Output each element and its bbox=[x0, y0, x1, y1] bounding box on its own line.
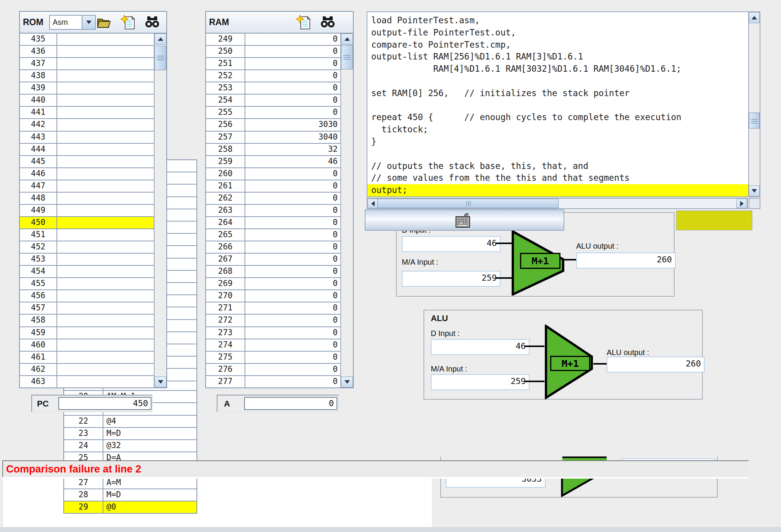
keyboard-icon[interactable] bbox=[453, 212, 472, 230]
script-scroll-right-button[interactable] bbox=[736, 199, 747, 208]
rom-row[interactable]: 453 bbox=[20, 254, 154, 266]
script-line[interactable]: output-file PointerTest.out, bbox=[367, 27, 748, 39]
rom-instruction-cell[interactable] bbox=[57, 352, 154, 363]
ram-value-cell[interactable]: 0 bbox=[245, 168, 340, 180]
script-line[interactable]: compare-to PointerTest.cmp, bbox=[367, 39, 748, 51]
script-scrollbar-thumb[interactable] bbox=[749, 113, 760, 129]
ram-row[interactable]: 274 0 bbox=[206, 339, 340, 352]
rom-instruction-cell[interactable] bbox=[57, 119, 154, 130]
program-instruction-cell[interactable]: @0 bbox=[103, 501, 196, 513]
rom-row[interactable]: 447 bbox=[20, 180, 154, 193]
ram-scroll-down-button[interactable] bbox=[341, 376, 353, 387]
ram-row[interactable]: 252 0 bbox=[206, 70, 340, 82]
rom-instruction-cell[interactable] bbox=[57, 156, 154, 167]
program-row[interactable]: 27 A=M bbox=[64, 477, 196, 489]
script-line[interactable]: // some values from the the this and tha… bbox=[367, 172, 748, 184]
rom-row[interactable]: 451 bbox=[20, 229, 154, 241]
a-register-value-field[interactable]: 0 bbox=[244, 397, 337, 410]
rom-row[interactable]: 457 bbox=[20, 302, 154, 315]
ram-row[interactable]: 266 0 bbox=[206, 241, 340, 254]
rom-row[interactable]: 458 bbox=[20, 315, 154, 327]
rom-row[interactable]: 463 bbox=[20, 376, 154, 387]
ram-value-cell[interactable]: 3040 bbox=[245, 132, 340, 143]
find-icon[interactable] bbox=[144, 15, 160, 30]
script-vertical-scrollbar[interactable] bbox=[748, 12, 760, 196]
ram-row[interactable]: 262 0 bbox=[206, 193, 340, 205]
ram-value-cell[interactable]: 0 bbox=[245, 180, 340, 192]
rom-instruction-cell[interactable] bbox=[57, 132, 154, 143]
new-file-icon[interactable] bbox=[121, 14, 136, 31]
rom-row[interactable]: 440 bbox=[20, 95, 154, 107]
ram-scroll-up-button[interactable] bbox=[341, 34, 353, 45]
rom-row[interactable]: 435 bbox=[20, 34, 154, 46]
rom-row[interactable]: 445 bbox=[20, 156, 154, 168]
script-line[interactable]: // outputs the stack base, this, that, a… bbox=[367, 160, 748, 172]
ram-value-cell[interactable]: 0 bbox=[245, 70, 340, 82]
ram-value-cell[interactable]: 0 bbox=[245, 352, 340, 363]
ram-value-cell[interactable]: 0 bbox=[245, 376, 340, 387]
rom-row[interactable]: 437 bbox=[20, 58, 154, 70]
ram-value-cell[interactable]: 0 bbox=[245, 217, 340, 228]
rom-instruction-cell[interactable] bbox=[57, 339, 154, 351]
open-folder-icon[interactable] bbox=[96, 15, 111, 30]
script-line[interactable] bbox=[367, 148, 748, 160]
ram-value-cell[interactable]: 0 bbox=[245, 107, 340, 118]
ram-value-cell[interactable]: 0 bbox=[245, 254, 340, 265]
script-line[interactable]: load PointerTest.asm, bbox=[367, 14, 748, 27]
rom-instruction-cell[interactable] bbox=[57, 82, 154, 94]
rom-instruction-cell[interactable] bbox=[57, 217, 154, 228]
ram-row[interactable]: 254 0 bbox=[206, 95, 340, 107]
ram-row[interactable]: 275 0 bbox=[206, 352, 340, 364]
ram-row[interactable]: 272 0 bbox=[206, 315, 340, 327]
ram-row[interactable]: 261 0 bbox=[206, 180, 340, 193]
rom-instruction-cell[interactable] bbox=[57, 144, 154, 155]
program-row[interactable]: 24 @32 bbox=[64, 440, 196, 452]
rom-scroll-up-button[interactable] bbox=[155, 34, 166, 45]
script-lines[interactable]: load PointerTest.asm,output-file Pointer… bbox=[367, 12, 748, 196]
rom-row[interactable]: 449 bbox=[20, 205, 154, 217]
rom-row[interactable]: 450 bbox=[20, 217, 154, 229]
rom-row[interactable]: 448 bbox=[20, 193, 154, 205]
rom-instruction-cell[interactable] bbox=[57, 315, 154, 326]
ram-value-cell[interactable]: 0 bbox=[245, 241, 340, 253]
ram-row[interactable]: 277 0 bbox=[206, 376, 340, 387]
rom-row[interactable]: 461 bbox=[20, 352, 154, 364]
ram-row[interactable]: 276 0 bbox=[206, 364, 340, 376]
rom-instruction-cell[interactable] bbox=[57, 376, 154, 387]
program-instruction-cell[interactable]: M=D bbox=[103, 428, 196, 439]
rom-instruction-cell[interactable] bbox=[57, 180, 154, 192]
ram-value-cell[interactable]: 32 bbox=[245, 144, 340, 155]
script-scroll-left-button[interactable] bbox=[367, 199, 378, 208]
ram-row[interactable]: 249 0 bbox=[206, 34, 340, 46]
script-scroll-down-button[interactable] bbox=[749, 185, 760, 196]
script-line[interactable]: set RAM[0] 256, // initializes the stack… bbox=[367, 87, 748, 100]
ram-row[interactable]: 265 0 bbox=[206, 229, 340, 241]
rom-row[interactable]: 441 bbox=[20, 107, 154, 119]
rom-row[interactable]: 446 bbox=[20, 168, 154, 180]
ram-row[interactable]: 267 0 bbox=[206, 254, 340, 266]
rom-instruction-cell[interactable] bbox=[57, 107, 154, 118]
ram-row[interactable]: 259 46 bbox=[206, 156, 340, 168]
rom-row[interactable]: 455 bbox=[20, 278, 154, 290]
ram-row[interactable]: 271 0 bbox=[206, 302, 340, 315]
rom-format-selector[interactable]: Asm bbox=[49, 15, 96, 30]
ram-row[interactable]: 273 0 bbox=[206, 327, 340, 339]
ram-row[interactable]: 253 0 bbox=[206, 82, 340, 95]
ram-row[interactable]: 260 0 bbox=[206, 168, 340, 180]
ram-row[interactable]: 255 0 bbox=[206, 107, 340, 119]
ram-value-cell[interactable]: 0 bbox=[245, 229, 340, 241]
script-line[interactable]: repeat 450 { // enough cycles to complet… bbox=[367, 111, 748, 124]
ram-scrollbar-thumb[interactable] bbox=[341, 45, 353, 69]
script-line[interactable]: output-list RAM[256]%D1.6.1 RAM[3]%D1.6.… bbox=[367, 51, 748, 63]
rom-scrollbar-thumb[interactable] bbox=[155, 46, 166, 70]
ram-value-cell[interactable]: 0 bbox=[245, 95, 340, 106]
rom-instruction-cell[interactable] bbox=[57, 58, 154, 69]
ram-row[interactable]: 268 0 bbox=[206, 266, 340, 278]
script-line[interactable] bbox=[367, 100, 748, 112]
ram-value-cell[interactable]: 0 bbox=[245, 315, 340, 326]
ram-row[interactable]: 257 3040 bbox=[206, 132, 340, 144]
ram-value-cell[interactable]: 0 bbox=[245, 339, 340, 351]
rom-row[interactable]: 462 bbox=[20, 364, 154, 376]
program-row[interactable]: 23 M=D bbox=[64, 428, 196, 440]
find-icon[interactable] bbox=[320, 15, 336, 30]
